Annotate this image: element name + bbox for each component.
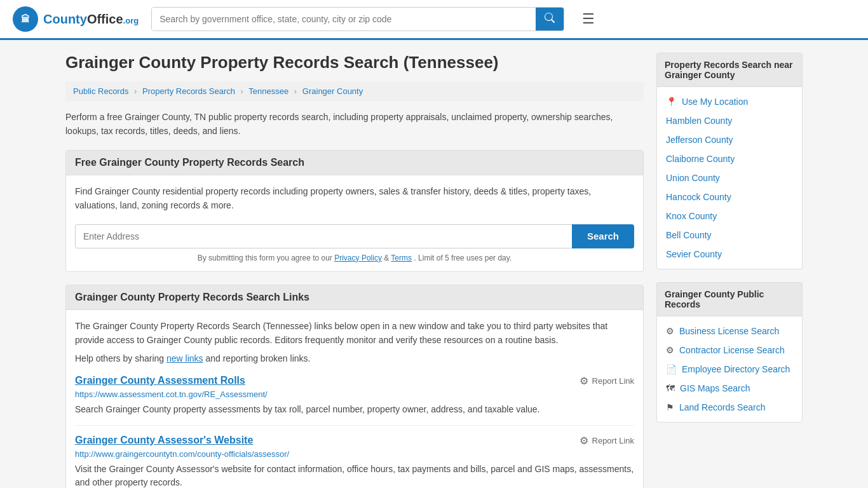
privacy-policy-link[interactable]: Privacy Policy <box>334 254 382 262</box>
record-link-desc-1: Search Grainger County property assessme… <box>75 403 634 416</box>
address-search-form: Search <box>75 224 634 248</box>
free-search-section: Free Grainger County Property Records Se… <box>65 150 644 272</box>
site-header: 🏛 CountyOffice.org ☰ <box>0 0 868 40</box>
page-title: Grainger County Property Records Search … <box>65 53 644 72</box>
header-search-button[interactable] <box>536 8 564 30</box>
map-icon: 🗺 <box>666 383 675 393</box>
logo[interactable]: 🏛 CountyOffice.org <box>13 6 139 32</box>
gear-icon: ⚙ <box>666 326 674 336</box>
nearby-body: 📍 Use My Location Hamblen County Jeffers… <box>656 86 803 269</box>
breadcrumb-grainger-county[interactable]: Grainger County <box>302 86 363 96</box>
record-link-desc-2: Visit the Grainger County Assessor's web… <box>75 463 634 488</box>
sidebar-business-license[interactable]: ⚙ Business License Search <box>657 322 802 341</box>
header-search-bar <box>151 7 564 31</box>
svg-text:🏛: 🏛 <box>21 13 30 24</box>
header-search-input[interactable] <box>152 8 536 30</box>
links-desc: The Grainger County Property Records Sea… <box>75 319 634 348</box>
new-links-link[interactable]: new links <box>166 353 203 363</box>
sidebar-county-knox[interactable]: Knox County <box>657 207 802 226</box>
record-link-item: Grainger County Assessor's Website ⚙ Rep… <box>75 426 634 488</box>
sidebar-county-union[interactable]: Union County <box>657 168 802 187</box>
document-icon: 📄 <box>666 364 677 374</box>
free-search-desc: Find Grainger County residential propert… <box>75 184 634 213</box>
record-link-item: Grainger County Assessment Rolls ⚙ Repor… <box>75 366 634 426</box>
gear-icon-2: ⚙ <box>666 345 674 355</box>
logo-icon: 🏛 <box>13 6 38 32</box>
links-body: The Grainger County Property Records Sea… <box>66 310 643 488</box>
sidebar-county-hamblen[interactable]: Hamblen County <box>657 111 802 130</box>
sidebar-county-claiborne[interactable]: Claiborne County <box>657 149 802 168</box>
breadcrumb-property-records-search[interactable]: Property Records Search <box>142 86 235 96</box>
address-input[interactable] <box>75 224 572 248</box>
location-icon: 📍 <box>666 97 677 107</box>
help-text: Help others by sharing new links and rep… <box>75 353 634 363</box>
record-link-title-2[interactable]: Grainger County Assessor's Website <box>75 435 253 446</box>
form-note: By submitting this form you agree to our… <box>75 254 634 262</box>
public-records-heading: Grainger County Public Records <box>656 282 803 316</box>
sidebar-county-sevier[interactable]: Sevier County <box>657 245 802 264</box>
record-link-title-1[interactable]: Grainger County Assessment Rolls <box>75 375 245 386</box>
report-link-button-2[interactable]: ⚙ Report Link <box>580 435 634 447</box>
content-area: Grainger County Property Records Search … <box>65 53 644 488</box>
record-link-url-1[interactable]: https://www.assessment.cot.tn.gov/RE_Ass… <box>75 390 634 399</box>
free-search-body: Find Grainger County residential propert… <box>66 175 643 271</box>
search-button[interactable]: Search <box>572 224 634 248</box>
hamburger-menu-button[interactable]: ☰ <box>577 8 600 30</box>
sidebar-land-records[interactable]: ⚑ Land Records Search <box>657 398 802 417</box>
free-search-heading: Free Grainger County Property Records Se… <box>66 151 643 175</box>
breadcrumb: Public Records › Property Records Search… <box>65 81 644 101</box>
sidebar-county-hancock[interactable]: Hancock County <box>657 187 802 207</box>
sidebar-employee-directory[interactable]: 📄 Employee Directory Search <box>657 360 802 379</box>
sidebar-contractor-license[interactable]: ⚙ Contractor License Search <box>657 341 802 360</box>
sidebar: Property Records Search near Grainger Co… <box>656 53 803 488</box>
links-heading: Grainger County Property Records Search … <box>66 285 643 310</box>
breadcrumb-tennessee[interactable]: Tennessee <box>248 86 288 96</box>
main-container: Grainger County Property Records Search … <box>53 40 815 488</box>
record-link-url-2[interactable]: http://www.graingercountytn.com/county-o… <box>75 449 634 459</box>
page-description: Perform a free Grainger County, TN publi… <box>65 110 644 139</box>
use-location-link[interactable]: 📍 Use My Location <box>657 92 802 111</box>
sidebar-gis-maps[interactable]: 🗺 GIS Maps Search <box>657 379 802 398</box>
sidebar-county-bell[interactable]: Bell County <box>657 226 802 245</box>
report-link-button-1[interactable]: ⚙ Report Link <box>580 375 634 387</box>
public-records-body: ⚙ Business License Search ⚙ Contractor L… <box>656 316 803 423</box>
flag-icon: ⚑ <box>666 402 674 412</box>
links-section: Grainger County Property Records Search … <box>65 285 644 488</box>
sidebar-county-jefferson[interactable]: Jefferson County <box>657 130 802 149</box>
nearby-counties-section: Property Records Search near Grainger Co… <box>656 53 803 269</box>
nearby-heading: Property Records Search near Grainger Co… <box>656 53 803 86</box>
public-records-section: Grainger County Public Records ⚙ Busines… <box>656 282 803 423</box>
logo-text: CountyOffice.org <box>43 12 139 27</box>
breadcrumb-public-records[interactable]: Public Records <box>73 86 128 96</box>
terms-link[interactable]: Terms <box>391 254 412 262</box>
